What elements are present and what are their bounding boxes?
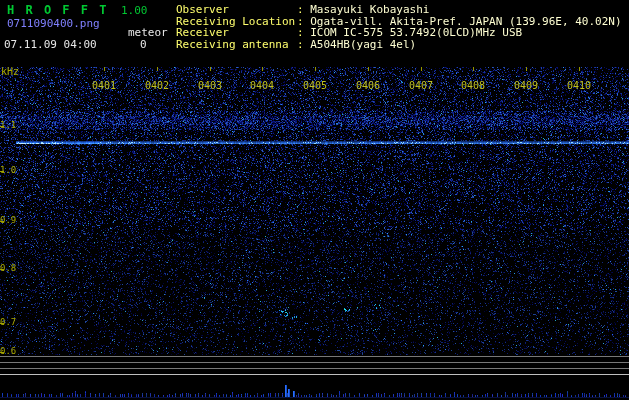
freq-label: 0.7 bbox=[0, 317, 16, 327]
freq-label: 1.0 bbox=[0, 165, 16, 175]
time-label: 0405 bbox=[303, 80, 327, 91]
observation-mode-label: meteor bbox=[128, 26, 168, 39]
time-label: 0409 bbox=[514, 80, 538, 91]
time-label: 0401 bbox=[92, 80, 116, 91]
freq-label: 0.8 bbox=[0, 263, 16, 273]
echo-count: 0 bbox=[140, 38, 147, 51]
freq-label: 0.6 bbox=[0, 346, 16, 356]
time-label: 0408 bbox=[461, 80, 485, 91]
time-label: 0403 bbox=[198, 80, 222, 91]
app-title: H R O F F T bbox=[7, 3, 108, 17]
station-info-row: Receiving antenna: A504HB(yagi 4el) bbox=[176, 39, 622, 51]
freq-label: 1.1 bbox=[0, 120, 16, 130]
info-separator: : bbox=[297, 38, 310, 51]
time-label: 0410 bbox=[567, 80, 591, 91]
time-label: 0407 bbox=[409, 80, 433, 91]
info-label: Receiving antenna bbox=[176, 39, 297, 51]
output-filename: 0711090400.png bbox=[7, 17, 100, 30]
app-version: 1.00 bbox=[121, 4, 148, 17]
info-value: A504HB(yagi 4el) bbox=[310, 38, 416, 51]
time-label: 0406 bbox=[356, 80, 380, 91]
spectrogram-plot bbox=[0, 0, 629, 400]
info-label: Observer bbox=[176, 4, 297, 16]
datetime-label: 07.11.09 04:00 bbox=[4, 38, 97, 51]
hrofft-window: H R O F F T 1.00 0711090400.png meteor 0… bbox=[0, 0, 629, 400]
time-label: 0402 bbox=[145, 80, 169, 91]
info-label: Receiver bbox=[176, 27, 297, 39]
station-info-list: Observer: Masayuki KobayashiReceiving Lo… bbox=[176, 4, 622, 50]
freq-label: 0.9 bbox=[0, 215, 16, 225]
time-label: 0404 bbox=[250, 80, 274, 91]
freq-unit-label: kHz bbox=[1, 66, 19, 77]
